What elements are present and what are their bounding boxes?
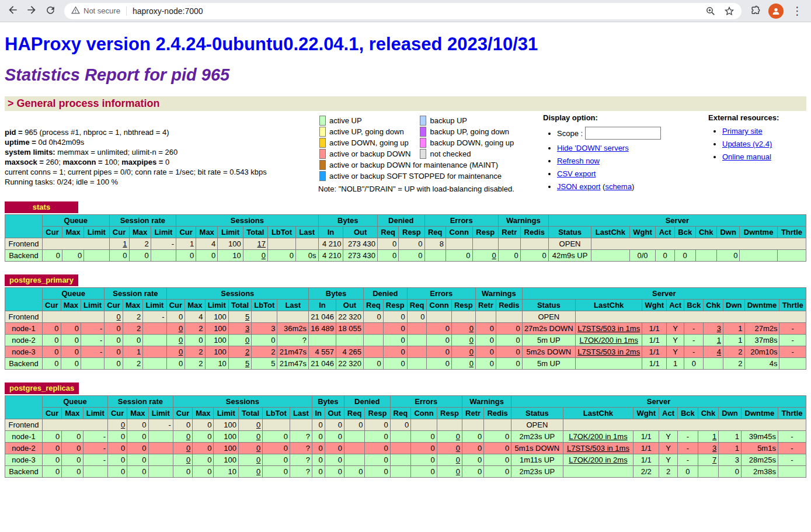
stat-cell[interactable]: 0 — [238, 419, 262, 431]
column-group-header: Warnings — [462, 396, 511, 408]
postgres-primary-table: QueueSession rateSessionsBytesDeniedErro… — [5, 287, 806, 370]
stat-cell[interactable]: 0 — [173, 443, 192, 454]
column-header: Limit — [83, 408, 107, 419]
refresh-now-link[interactable]: Refresh now — [557, 157, 600, 165]
scope-input[interactable] — [585, 127, 661, 140]
stat-cell: 2 — [723, 346, 744, 358]
stat-cell[interactable]: 0 — [451, 323, 475, 335]
stat-cell[interactable]: 0 — [166, 323, 185, 335]
stat-cell[interactable]: 0 — [173, 454, 192, 466]
stat-cell[interactable]: 7 — [698, 454, 719, 466]
stat-cell: 0 — [193, 431, 214, 443]
table-row: Backend0000001000?000000002m23s UP2/2200… — [5, 466, 806, 478]
stat-cell: 0 — [263, 431, 290, 443]
stat-cell: 0 — [43, 454, 62, 466]
stat-cell[interactable]: 0 — [105, 311, 123, 323]
stat-cell[interactable]: 1 — [109, 238, 129, 250]
stat-cell[interactable]: 17 — [243, 238, 267, 250]
stat-cell — [344, 454, 365, 466]
bookmark-star-icon[interactable] — [724, 6, 735, 16]
row-label: Backend — [5, 358, 43, 370]
stat-cell[interactable]: 4 — [704, 346, 723, 358]
info-row: pid = 965 (process #1, nbproc = 1, nbthr… — [5, 113, 806, 193]
stat-cell[interactable]: 0 — [166, 335, 185, 346]
row-label: Backend — [5, 466, 43, 478]
proxy-label-stats[interactable]: stats — [5, 201, 78, 213]
stat-cell: 0 — [105, 358, 123, 370]
stat-cell: 2m23s UP — [511, 466, 563, 478]
stat-cell: 0 — [193, 443, 214, 454]
not-secure-chip[interactable]: Not secure — [71, 6, 120, 16]
stat-cell[interactable]: 0 — [437, 454, 462, 466]
stat-cell[interactable]: 0 — [238, 443, 262, 454]
stat-cell[interactable]: 1 — [698, 431, 719, 443]
table-row: node-300-01021002221m47s4 5574 265000005… — [5, 346, 806, 358]
stat-cell[interactable]: L7OK/200 in 2ms — [563, 454, 634, 466]
stat-cell: 0 — [166, 311, 185, 323]
stat-cell[interactable]: 0 — [228, 335, 251, 346]
menu-icon[interactable]: ⋮ — [787, 5, 807, 16]
stat-cell[interactable]: 3 — [698, 443, 719, 454]
legend-swatch — [420, 149, 426, 159]
stat-cell: 2 — [123, 358, 142, 370]
proxy-label-postgres-replicas[interactable]: postgres_replicas — [5, 383, 79, 394]
stat-cell[interactable]: 1 — [704, 335, 723, 346]
primary-site-link[interactable]: Primary site — [722, 127, 763, 135]
stat-cell[interactable]: 0 — [238, 431, 262, 443]
stat-cell[interactable]: 0 — [166, 346, 185, 358]
csv-export-link[interactable]: CSV export — [557, 169, 596, 178]
stat-cell[interactable]: 0 — [243, 250, 267, 262]
schema-link[interactable]: schema — [605, 182, 632, 191]
stat-cell[interactable]: 0 — [472, 250, 498, 262]
stat-cell[interactable]: 2 — [228, 346, 251, 358]
stat-cell: 5m1s — [741, 443, 778, 454]
table-row: node-300-000010000?00000001m11s UPL7OK/2… — [5, 454, 806, 466]
updates-link[interactable]: Updates (v2.4) — [722, 140, 772, 148]
stat-cell[interactable]: L7OK/200 in 1ms — [563, 431, 634, 443]
stat-cell[interactable]: 0 — [437, 466, 462, 478]
stat-cell[interactable]: L7OK/200 in 1ms — [575, 335, 642, 346]
column-header: Act — [667, 300, 684, 311]
online-manual-link[interactable]: Online manual — [722, 152, 771, 161]
stat-cell[interactable]: 0 — [107, 419, 127, 431]
address-bar[interactable]: Not secure haproxy-node:7000 — [64, 3, 742, 19]
column-header: Retr — [498, 227, 520, 238]
stat-cell[interactable]: 0 — [238, 466, 262, 478]
stat-cell[interactable]: 0 — [451, 346, 475, 358]
stat-cell[interactable]: 5 — [228, 358, 251, 370]
hide-down-link[interactable]: Hide 'DOWN' servers — [557, 144, 629, 152]
stat-cell: 1/1 — [634, 454, 659, 466]
column-header: Limit — [218, 227, 243, 238]
proxy-label-postgres-primary[interactable]: postgres_primary — [5, 274, 78, 286]
stat-cell[interactable]: L7STS/503 in 1ms — [563, 443, 634, 454]
stat-cell: 2 — [185, 358, 205, 370]
column-header: Act — [656, 227, 674, 238]
back-button[interactable] — [4, 2, 22, 20]
stat-cell[interactable]: 0 — [451, 358, 475, 370]
proxy-section-postgres-primary: postgres_primary QueueSession rateSessio… — [5, 274, 806, 370]
column-header: LbTot — [263, 408, 290, 419]
stat-cell[interactable]: 0 — [238, 454, 262, 466]
zoom-icon[interactable] — [705, 6, 716, 16]
stat-cell[interactable]: L7STS/503 in 1ms — [575, 323, 642, 335]
stat-cell[interactable]: 0 — [173, 431, 192, 443]
column-header: Retr — [475, 300, 496, 311]
column-header: Conn — [427, 300, 451, 311]
stat-cell: 0 — [520, 250, 548, 262]
stat-cell[interactable]: 0 — [437, 443, 462, 454]
forward-button[interactable] — [22, 2, 41, 20]
stat-cell: 0 — [364, 358, 384, 370]
stat-cell[interactable]: L7STS/503 in 2ms — [575, 346, 642, 358]
column-group-header: Queue — [43, 288, 105, 300]
stat-cell[interactable]: 3 — [228, 323, 251, 335]
stat-cell[interactable]: 3 — [704, 323, 723, 335]
extensions-icon[interactable] — [746, 5, 765, 16]
stat-cell[interactable]: 5 — [228, 311, 251, 323]
reload-button[interactable] — [41, 2, 60, 20]
stat-cell[interactable]: 0 — [451, 335, 475, 346]
page-title[interactable]: HAProxy version 2.4.24-0ubuntu0.22.04.1,… — [5, 34, 806, 55]
json-export-link[interactable]: JSON export — [557, 182, 600, 191]
profile-avatar[interactable] — [768, 4, 784, 19]
stat-cell — [407, 346, 427, 358]
stat-cell[interactable]: 0 — [437, 431, 462, 443]
